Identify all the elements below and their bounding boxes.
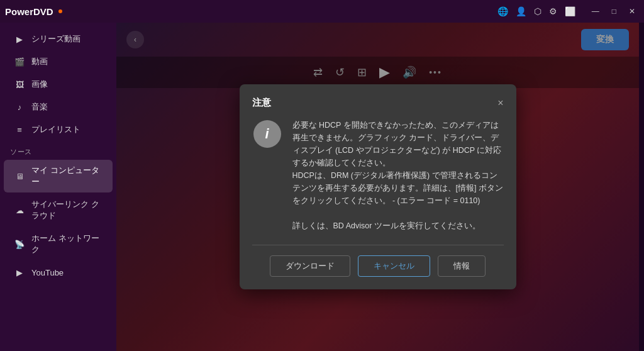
sidebar-item-video[interactable]: 🎬 動画 — [4, 51, 113, 72]
sidebar-item-label: ホーム ネットワーク — [31, 233, 103, 255]
notification-dot — [58, 9, 62, 13]
globe-icon[interactable]: 🌐 — [497, 6, 508, 16]
sidebar-item-youtube[interactable]: ▶ YouTube — [4, 262, 113, 283]
sidebar-item-label: 画像 — [31, 79, 48, 90]
dialog-icon: i — [252, 119, 282, 149]
titlebar-controls: — □ ✕ — [588, 6, 639, 17]
dialog-close-button[interactable]: × — [497, 98, 503, 108]
dialog-body: i 必要な HDCP を開始できなかったため、このメディアは再生できません。グラ… — [252, 119, 504, 232]
sidebar-item-home-network[interactable]: 📡 ホーム ネットワーク — [4, 228, 113, 260]
dialog-message: 必要な HDCP を開始できなかったため、このメディアは再生できません。グラフィ… — [292, 119, 504, 232]
sidebar-item-music[interactable]: ♪ 音楽 — [4, 96, 113, 118]
sidebar-item-label: 動画 — [31, 56, 48, 67]
share-icon[interactable]: ⬡ — [534, 6, 541, 16]
playlist-icon: ≡ — [14, 124, 25, 135]
sidebar-item-label: マイ コンピューター — [31, 165, 103, 187]
source-label: ソース — [0, 141, 116, 159]
window-icon[interactable]: ⬜ — [565, 6, 575, 16]
app-title: PowerDVD — [5, 6, 53, 17]
right-scrollbar — [639, 23, 644, 351]
dialog-overlay: 注意 × i 必要な HDCP を開始できなかったため、このメディアは再生できま… — [116, 23, 639, 351]
download-button[interactable]: ダウンロード — [270, 255, 350, 277]
titlebar-icons: 🌐 👤 ⬡ ⚙ ⬜ — □ ✕ — [497, 6, 639, 17]
image-icon: 🖼 — [14, 79, 25, 90]
network-icon: 📡 — [14, 238, 25, 250]
sidebar-item-label: サイバーリンク クラウド — [31, 199, 103, 221]
info-button[interactable]: 情報 — [438, 255, 486, 277]
content-area: ‹ 変換 注意 × i 必要な HDCP を開始できなかったため、このメディアは… — [116, 23, 639, 351]
cancel-button[interactable]: キャンセル — [358, 255, 430, 277]
computer-icon: 🖥 — [14, 170, 25, 182]
minimize-button[interactable]: — — [588, 6, 603, 17]
sidebar: ▶ シリーズ動画 🎬 動画 🖼 画像 ♪ 音楽 ≡ プレイリスト ソース 🖥 マ… — [0, 23, 116, 351]
youtube-icon: ▶ — [14, 267, 25, 278]
sidebar-item-label: YouTube — [31, 268, 64, 277]
cloud-icon: ☁ — [14, 204, 25, 216]
sidebar-item-image[interactable]: 🖼 画像 — [4, 74, 113, 95]
maximize-button[interactable]: □ — [608, 6, 620, 17]
video-icon: 🎬 — [14, 56, 25, 67]
dialog-title: 注意 — [252, 97, 271, 109]
main-layout: ▶ シリーズ動画 🎬 動画 🖼 画像 ♪ 音楽 ≡ プレイリスト ソース 🖥 マ… — [0, 23, 644, 351]
sidebar-item-cyberlink-cloud[interactable]: ☁ サイバーリンク クラウド — [4, 194, 113, 226]
sidebar-item-label: 音楽 — [31, 101, 48, 113]
dialog: 注意 × i 必要な HDCP を開始できなかったため、このメディアは再生できま… — [240, 84, 516, 289]
titlebar: PowerDVD 🌐 👤 ⬡ ⚙ ⬜ — □ ✕ — [0, 0, 644, 23]
info-circle-icon: i — [253, 120, 281, 148]
dialog-footer: ダウンロード キャンセル 情報 — [252, 245, 504, 277]
dialog-header: 注意 × — [252, 97, 504, 109]
sidebar-item-label: シリーズ動画 — [31, 33, 80, 45]
close-button[interactable]: ✕ — [625, 6, 639, 17]
sidebar-item-label: プレイリスト — [31, 124, 80, 135]
titlebar-left: PowerDVD — [5, 6, 62, 17]
series-icon: ▶ — [14, 33, 25, 45]
user-icon[interactable]: 👤 — [516, 6, 526, 16]
sidebar-item-playlist[interactable]: ≡ プレイリスト — [4, 119, 113, 140]
gear-icon[interactable]: ⚙ — [549, 6, 557, 16]
sidebar-item-series[interactable]: ▶ シリーズ動画 — [4, 28, 113, 50]
sidebar-item-my-computer[interactable]: 🖥 マイ コンピューター — [4, 160, 113, 192]
music-icon: ♪ — [14, 101, 25, 113]
